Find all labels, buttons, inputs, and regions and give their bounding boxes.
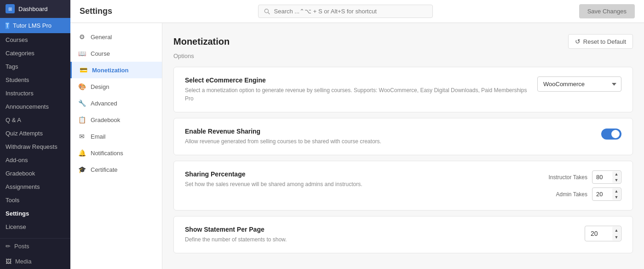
- subnav-gradebook[interactable]: 📋 Gradebook: [70, 111, 162, 128]
- admin-label: Admin Takes: [556, 191, 587, 198]
- email-icon: ✉: [78, 133, 86, 140]
- sidebar-item-gradebook[interactable]: Gradebook: [0, 167, 70, 180]
- statement-spinners: ▲ ▼: [612, 227, 621, 240]
- search-icon: [264, 8, 270, 15]
- sidebar-item-categories[interactable]: Categories: [0, 47, 70, 60]
- subnav-monetization[interactable]: 💳 Monetization: [70, 62, 162, 78]
- sidebar: ⊞ Dashboard T Tutor LMS Pro Courses Cate…: [0, 0, 70, 269]
- sidebar-tutor-lms-pro[interactable]: T Tutor LMS Pro: [0, 18, 70, 33]
- ecommerce-engine-desc: Select a monetization option to generate…: [185, 86, 528, 103]
- reset-label: Reset to Default: [583, 38, 626, 45]
- settings-title: Monetization: [173, 36, 230, 47]
- subnav-course[interactable]: 📖 Course: [70, 45, 162, 62]
- instructor-input-wrap: ▲ ▼: [592, 170, 621, 184]
- instructor-row: Instructor Takes ▲ ▼: [549, 170, 621, 184]
- subnav-email-label: Email: [91, 133, 106, 140]
- subnav-certificate[interactable]: 🎓 Certificate: [70, 161, 162, 178]
- sidebar-item-settings[interactable]: Settings: [0, 207, 70, 220]
- sidebar-bottom: ✏ Posts 🖼 Media: [0, 238, 70, 269]
- sharing-percentage-row: Sharing Percentage Set how the sales rev…: [185, 170, 621, 201]
- revenue-sharing-text: Enable Revenue Sharing Allow revenue gen…: [185, 128, 592, 146]
- sidebar-item-instructors[interactable]: Instructors: [0, 87, 70, 100]
- revenue-sharing-desc: Allow revenue generated from selling cou…: [185, 137, 592, 146]
- statement-per-page-card: Show Statement Per Page Define the numbe…: [173, 216, 633, 253]
- tutor-icon: T: [6, 22, 9, 29]
- reset-icon: ↺: [575, 38, 581, 45]
- instructor-label: Instructor Takes: [549, 174, 587, 181]
- settings-header: Monetization ↺ Reset to Default: [173, 34, 633, 49]
- notifications-icon: 🔔: [78, 149, 86, 157]
- admin-decrement[interactable]: ▼: [612, 194, 621, 200]
- subnav-advanced[interactable]: 🔧 Advanced: [70, 95, 162, 111]
- search-input[interactable]: [274, 8, 427, 15]
- sidebar-item-tools[interactable]: Tools: [0, 193, 70, 207]
- topbar: Settings Save Changes: [70, 0, 644, 23]
- instructor-increment[interactable]: ▲: [612, 171, 621, 177]
- ecommerce-engine-text: Select eCommerce Engine Select a monetiz…: [185, 76, 528, 103]
- instructor-decrement[interactable]: ▼: [612, 177, 621, 183]
- subnav-notifications[interactable]: 🔔 Notifications: [70, 145, 162, 161]
- sidebar-item-add-ons[interactable]: Add-ons: [0, 153, 70, 167]
- subnav-monetization-label: Monetization: [92, 67, 128, 74]
- tutor-label: Tutor LMS Pro: [13, 22, 52, 29]
- ecommerce-engine-select[interactable]: WooCommerceEasy Digital DownloadsPaid Me…: [537, 76, 621, 92]
- media-label: Media: [15, 258, 31, 265]
- subnav-gradebook-label: Gradebook: [91, 117, 120, 123]
- subnav-design-label: Design: [91, 83, 109, 90]
- page-title: Settings: [80, 6, 112, 16]
- sidebar-item-assignments[interactable]: Assignments: [0, 180, 70, 193]
- save-changes-button[interactable]: Save Changes: [579, 4, 635, 18]
- general-icon: ⚙: [78, 33, 86, 41]
- posts-label: Posts: [14, 243, 29, 250]
- subnav-general[interactable]: ⚙ General: [70, 29, 162, 45]
- dashboard-label: Dashboard: [18, 6, 48, 12]
- revenue-sharing-toggle[interactable]: [601, 129, 621, 140]
- revenue-sharing-card: Enable Revenue Sharing Allow revenue gen…: [173, 118, 633, 155]
- revenue-sharing-row: Enable Revenue Sharing Allow revenue gen…: [185, 128, 621, 146]
- sharing-percentage-control: Instructor Takes ▲ ▼ Admin Takes: [549, 170, 621, 201]
- advanced-icon: 🔧: [78, 99, 86, 107]
- statement-per-page-title: Show Statement Per Page: [185, 226, 575, 233]
- statement-per-page-row: Show Statement Per Page Define the numbe…: [185, 226, 621, 244]
- sidebar-item-quiz-attempts[interactable]: Quiz Attempts: [0, 127, 70, 140]
- sidebar-item-posts[interactable]: ✏ Posts: [0, 239, 70, 254]
- subnav-design[interactable]: 🎨 Design: [70, 78, 162, 95]
- subnav-course-label: Course: [91, 50, 110, 57]
- options-label: Options: [173, 53, 633, 59]
- subnav-email[interactable]: ✉ Email: [70, 128, 162, 145]
- gradebook-icon: 📋: [78, 116, 86, 123]
- ecommerce-engine-title: Select eCommerce Engine: [185, 76, 528, 84]
- sidebar-item-announcements[interactable]: Announcements: [0, 100, 70, 113]
- statement-decrement[interactable]: ▼: [612, 234, 621, 240]
- statement-per-page-desc: Define the number of statements to show.: [185, 235, 575, 244]
- sidebar-item-license[interactable]: License: [0, 220, 70, 234]
- sidebar-item-students[interactable]: Students: [0, 73, 70, 87]
- sidebar-item-media[interactable]: 🖼 Media: [0, 254, 70, 269]
- sharing-percentage-desc: Set how the sales revenue will be shared…: [185, 180, 540, 188]
- sidebar-item-withdraw-requests[interactable]: Withdraw Requests: [0, 140, 70, 153]
- sidebar-dashboard[interactable]: ⊞ Dashboard: [0, 0, 70, 18]
- settings-subnav: ⚙ General 📖 Course 💳 Monetization 🎨 Desi…: [70, 23, 162, 269]
- subnav-certificate-label: Certificate: [91, 166, 118, 173]
- ecommerce-engine-card: Select eCommerce Engine Select a monetiz…: [173, 67, 633, 112]
- revenue-sharing-title: Enable Revenue Sharing: [185, 128, 592, 135]
- admin-row: Admin Takes ▲ ▼: [556, 187, 621, 201]
- posts-icon: ✏: [6, 243, 11, 250]
- search-bar[interactable]: [258, 5, 433, 18]
- statement-increment[interactable]: ▲: [612, 227, 621, 234]
- subnav-general-label: General: [91, 34, 112, 41]
- sharing-percentage-text: Sharing Percentage Set how the sales rev…: [185, 170, 540, 188]
- certificate-icon: 🎓: [78, 166, 86, 173]
- sidebar-item-tags[interactable]: Tags: [0, 60, 70, 73]
- svg-point-0: [265, 9, 269, 12]
- reset-to-default-button[interactable]: ↺ Reset to Default: [568, 34, 633, 49]
- design-icon: 🎨: [78, 83, 86, 90]
- course-icon: 📖: [78, 50, 86, 57]
- statement-input-wrap: ▲ ▼: [585, 226, 621, 241]
- ecommerce-engine-control: WooCommerceEasy Digital DownloadsPaid Me…: [537, 76, 621, 92]
- statement-per-page-text: Show Statement Per Page Define the numbe…: [185, 226, 575, 244]
- admin-spinners: ▲ ▼: [612, 188, 621, 200]
- admin-increment[interactable]: ▲: [612, 188, 621, 194]
- sidebar-item-courses[interactable]: Courses: [0, 33, 70, 47]
- sidebar-item-qa[interactable]: Q & A: [0, 113, 70, 127]
